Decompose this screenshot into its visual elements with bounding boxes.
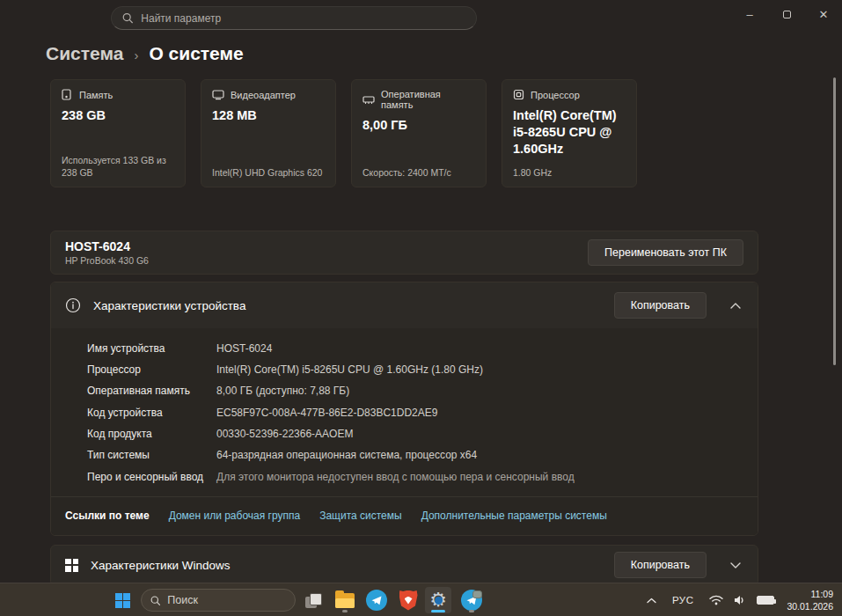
copy-windows-specs-button[interactable]: Копировать [614, 552, 707, 578]
clock[interactable]: 11:09 30.01.2026 [780, 588, 842, 612]
card-detail: Используется 133 GB из 238 GB [62, 154, 179, 179]
card-label: Оперативная память [381, 89, 475, 110]
spec-row: Тип системы64-разрядная операционная сис… [51, 445, 758, 466]
search-icon [150, 595, 160, 606]
storage-icon [62, 89, 73, 100]
chevron-up-icon[interactable] [728, 297, 743, 313]
windows-specs-title: Характеристики Windows [91, 559, 231, 572]
card-detail: Скорость: 2400 МТ/с [362, 166, 480, 179]
info-icon [65, 297, 81, 313]
device-model: HP ProBook 430 G6 [65, 255, 149, 266]
spec-row: Оперативная память8,00 ГБ (доступно: 7,8… [51, 381, 758, 402]
spec-label: Оперативная память [87, 384, 216, 399]
link-system-protection[interactable]: Защита системы [319, 510, 401, 522]
device-specs-title: Характеристики устройства [93, 299, 245, 312]
maximize-icon [783, 11, 791, 18]
spec-value: EC58F97C-008A-477B-86E2-D83BC1DD2AE9 [216, 406, 437, 421]
windows-specs-card[interactable]: Характеристики Windows Копировать [50, 545, 758, 586]
windows-logo-icon [65, 559, 78, 572]
volume-button[interactable] [729, 583, 751, 616]
task-view-button[interactable] [300, 587, 326, 613]
tray-overflow-button[interactable] [641, 583, 662, 616]
card-value: Intel(R) Core(TM) i5-8265U CPU @ 1.60GHz [513, 107, 626, 158]
spec-row: Код устройстваEC58F97C-008A-477B-86E2-D8… [51, 402, 758, 423]
maximize-button[interactable] [768, 0, 805, 28]
window-controls: – ✕ [731, 0, 842, 28]
spec-row: Код продукта00330-52396-22366-AAOEM [51, 424, 758, 445]
spec-row: ПроцессорIntel(R) Core(TM) i5-8265U CPU … [51, 359, 758, 380]
settings-button[interactable]: ⚙ [425, 587, 451, 613]
start-button[interactable] [109, 587, 135, 613]
spec-row: Имя устройстваHOST-6024 [51, 338, 758, 359]
card-ram: Оперативная память 8,00 ГБ Скорость: 240… [351, 79, 487, 187]
battery-button[interactable] [751, 583, 780, 616]
spec-value: Intel(R) Core(TM) i5-8265U CPU @ 1.60GHz… [216, 363, 483, 378]
breadcrumb-system[interactable]: Система [46, 43, 123, 64]
wifi-icon [709, 595, 723, 605]
device-specs-card: Характеристики устройства Копировать Имя… [50, 282, 758, 536]
minimize-button[interactable]: – [731, 0, 768, 28]
card-label: Память [79, 90, 113, 100]
device-name-card: HOST-6024 HP ProBook 430 G6 Переименоват… [50, 231, 758, 275]
spec-value: HOST-6024 [216, 341, 272, 356]
search-icon [122, 12, 133, 24]
language-indicator[interactable]: РУС [662, 583, 705, 616]
telegram-button[interactable] [363, 587, 390, 613]
spec-row: Перо и сенсорный вводДля этого монитора … [51, 466, 758, 488]
tray-time: 11:09 [787, 588, 833, 600]
rename-pc-button[interactable]: Переименовать этот ПК [588, 239, 743, 266]
folder-icon [335, 593, 355, 608]
file-explorer-button[interactable] [332, 587, 358, 613]
page-title: О системе [149, 43, 243, 64]
titlebar: – ✕ [0, 0, 842, 32]
spec-label: Код продукта [87, 427, 216, 442]
wifi-button[interactable] [704, 583, 729, 616]
speaker-icon [734, 595, 746, 605]
close-button[interactable]: ✕ [805, 0, 842, 28]
taskbar: ⚙ РУС [0, 583, 842, 616]
card-storage: Память 238 GB Используется 133 GB из 238… [50, 79, 186, 187]
ram-icon [362, 94, 375, 106]
taskbar-search-box[interactable] [141, 589, 296, 612]
spec-value: Для этого монитора недоступен ввод с пом… [216, 470, 575, 485]
card-label: Процессор [531, 90, 580, 100]
chevron-down-icon[interactable] [728, 557, 743, 573]
settings-search-input[interactable] [141, 12, 465, 25]
brave-button[interactable] [395, 587, 421, 613]
task-view-icon [302, 590, 325, 610]
related-links-label: Ссылки по теме [65, 510, 150, 522]
spec-label: Код устройства [87, 406, 216, 421]
brave-icon [399, 590, 418, 611]
telegram-icon [366, 590, 387, 611]
settings-search-box[interactable] [111, 6, 477, 30]
copy-device-specs-button[interactable]: Копировать [614, 292, 707, 319]
device-specs-body: Имя устройстваHOST-6024 ПроцессорIntel(R… [51, 328, 758, 496]
chevron-up-icon [647, 598, 656, 604]
card-cpu: Процессор Intel(R) Core(TM) i5-8265U CPU… [502, 79, 637, 187]
taskbar-search-input[interactable] [167, 594, 286, 606]
card-label: Видеоадаптер [231, 90, 296, 100]
telegram-desktop-button[interactable] [458, 587, 485, 613]
notification-badge [472, 590, 482, 598]
windows-start-icon [115, 593, 130, 608]
device-specs-header[interactable]: Характеристики устройства Копировать [51, 282, 758, 328]
spec-value: 8,00 ГБ (доступно: 7,88 ГБ) [216, 384, 349, 399]
link-domain-workgroup[interactable]: Домен или рабочая группа [169, 510, 301, 522]
battery-icon [757, 596, 774, 605]
link-advanced-system-settings[interactable]: Дополнительные параметры системы [421, 510, 607, 522]
device-info: HOST-6024 HP ProBook 430 G6 [65, 239, 149, 266]
spec-value: 00330-52396-22366-AAOEM [216, 427, 353, 442]
device-name: HOST-6024 [65, 239, 149, 255]
breadcrumb: Система › О системе [46, 43, 842, 64]
minimize-icon: – [746, 8, 752, 21]
card-detail: Intel(R) UHD Graphics 620 [212, 166, 330, 179]
breadcrumb-separator: › [134, 46, 138, 62]
summary-cards: Память 238 GB Используется 133 GB из 238… [50, 79, 842, 187]
telegram-icon [461, 590, 482, 611]
card-value: 238 GB [62, 107, 174, 124]
spec-value: 64-разрядная операционная система, проце… [216, 448, 477, 463]
scrollbar-thumb[interactable] [833, 77, 836, 365]
card-value: 8,00 ГБ [362, 117, 475, 134]
card-value: 128 MB [212, 107, 325, 124]
card-gpu: Видеоадаптер 128 MB Intel(R) UHD Graphic… [201, 79, 336, 187]
